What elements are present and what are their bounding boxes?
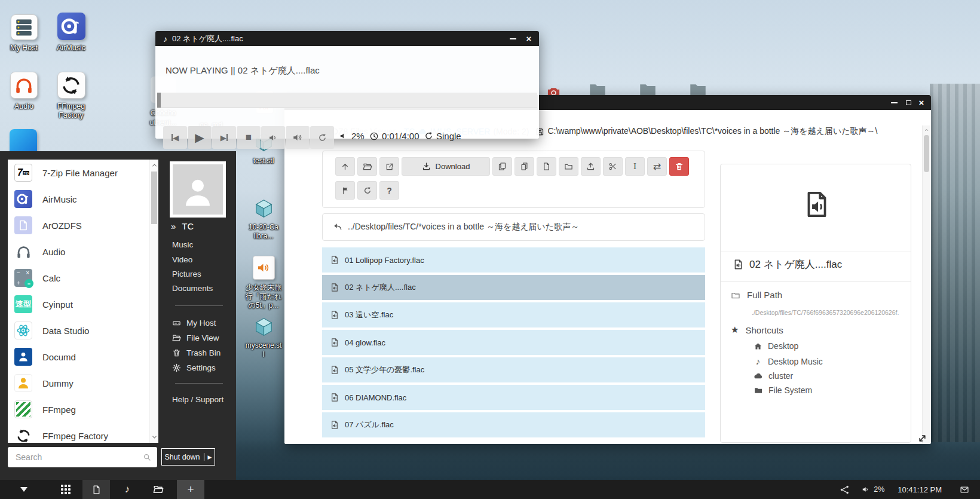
avatar[interactable] bbox=[170, 161, 226, 218]
delete-button[interactable] bbox=[669, 157, 689, 176]
desktop-icon-calibra[interactable]: 10-20-Ca libra... bbox=[236, 198, 291, 241]
resize-handle-icon[interactable] bbox=[917, 433, 928, 444]
app-drawer-button[interactable] bbox=[54, 480, 78, 499]
file-row[interactable]: 04 glow.flac bbox=[322, 330, 705, 355]
app-item-ffmpeg[interactable]: FFmpeg bbox=[8, 396, 158, 423]
shutdown-button[interactable]: Shut down▶ bbox=[161, 448, 215, 466]
menu-trash-bin[interactable]: Trash Bin bbox=[172, 348, 220, 357]
taskbar-folder-button[interactable] bbox=[145, 480, 172, 499]
app-item-ffmpeg-factory[interactable]: FFmpeg Factory bbox=[8, 423, 158, 443]
app-list-scrollbar[interactable] bbox=[149, 160, 158, 443]
copy-button[interactable] bbox=[492, 157, 512, 176]
trash-icon bbox=[172, 348, 181, 357]
paste-button[interactable] bbox=[514, 157, 534, 176]
volume-up-button[interactable] bbox=[286, 126, 310, 149]
rename-button[interactable]: I bbox=[625, 157, 645, 176]
shortcut-file-system[interactable]: File System bbox=[754, 385, 812, 395]
app-item-cyinput[interactable]: 速型 Cyinput bbox=[8, 291, 158, 317]
app-item-calc[interactable]: −×+ = Calc bbox=[8, 265, 158, 291]
desktop-icon-myscene-stl[interactable]: myscene.st l bbox=[236, 316, 291, 359]
maximize-button[interactable] bbox=[902, 95, 914, 110]
move-button[interactable]: ⇄ bbox=[647, 157, 667, 176]
app-item-7zip[interactable]: 7zip 7-Zip File Manager bbox=[8, 160, 158, 186]
upload-button[interactable] bbox=[581, 157, 601, 176]
file-row[interactable]: 06 DIAMOND.flac bbox=[322, 385, 705, 410]
audio-file-icon bbox=[330, 310, 339, 320]
link-music[interactable]: Music bbox=[172, 240, 193, 249]
taskbar-add-button[interactable]: + bbox=[177, 480, 204, 499]
file-row[interactable]: 01 Lollipop Factory.flac bbox=[322, 247, 705, 273]
speaker-icon bbox=[339, 131, 348, 140]
help-button[interactable]: ? bbox=[379, 181, 399, 200]
hide-menu-button[interactable] bbox=[11, 480, 37, 499]
desktop-icon-airmusic[interactable]: AirMusic bbox=[44, 13, 99, 53]
search-input[interactable] bbox=[8, 447, 157, 467]
file-row[interactable]: 07 パズル.flac bbox=[322, 412, 705, 437]
play-button[interactable]: ▶ bbox=[188, 126, 212, 149]
minimize-button[interactable] bbox=[507, 31, 519, 46]
link-documents[interactable]: Documents bbox=[172, 284, 213, 293]
close-button[interactable]: × bbox=[915, 95, 927, 110]
star-icon: ★ bbox=[731, 324, 739, 335]
menu-file-view[interactable]: File View bbox=[172, 333, 219, 342]
open-button[interactable] bbox=[357, 157, 377, 176]
app-item-dummy[interactable]: Dummy bbox=[8, 370, 158, 396]
refresh-button[interactable] bbox=[357, 181, 377, 200]
player-titlebar[interactable]: ♪ 02 ネトゲ廃人....flac × bbox=[155, 31, 539, 46]
reload-button[interactable] bbox=[310, 126, 334, 149]
app-item-audio[interactable]: Audio bbox=[8, 238, 158, 265]
clock[interactable]: 10:41:12 PM bbox=[898, 480, 942, 499]
download-button[interactable]: Download bbox=[402, 157, 490, 176]
desktop-icon-ffmpeg-factory[interactable]: FFmpeg Factory bbox=[44, 72, 99, 120]
shortcut-desktop-music[interactable]: ♪ Desktop Music bbox=[754, 356, 823, 366]
seek-bar[interactable] bbox=[157, 93, 537, 108]
up-directory-button[interactable] bbox=[335, 157, 355, 176]
app-item-data-studio[interactable]: Data Studio bbox=[8, 317, 158, 344]
full-path-row: Full Path bbox=[731, 290, 782, 300]
user-row[interactable]: »TC bbox=[171, 221, 194, 231]
minimize-button[interactable] bbox=[888, 95, 900, 110]
file-row[interactable]: 03 遠い空.flac bbox=[322, 302, 705, 327]
file-row[interactable]: 05 文学少年の憂鬱.flac bbox=[322, 357, 705, 382]
username: TC bbox=[182, 221, 194, 231]
close-button[interactable]: × bbox=[523, 31, 535, 46]
scrollbar-thumb[interactable] bbox=[924, 135, 929, 172]
menu-my-host[interactable]: My Host bbox=[172, 319, 216, 327]
scroll-down-icon[interactable] bbox=[151, 434, 158, 440]
breadcrumb-card[interactable]: ../Desktop/files/TC/*voices in a bottle … bbox=[322, 213, 705, 241]
previous-button[interactable]: ◀ bbox=[163, 126, 187, 149]
file-row-selected[interactable]: 02 ネトゲ廃人....flac bbox=[322, 275, 705, 300]
loop-mode-toggle[interactable]: Single bbox=[424, 131, 461, 141]
scroll-up-icon[interactable] bbox=[924, 127, 929, 133]
next-button[interactable]: ▶ bbox=[212, 126, 236, 149]
taskbar-music-button[interactable]: ♪ bbox=[114, 480, 141, 499]
back-arrow-icon bbox=[333, 222, 342, 232]
link-video[interactable]: Video bbox=[172, 255, 192, 264]
shortcut-desktop[interactable]: Desktop bbox=[754, 341, 798, 351]
app-item-arozdfs[interactable]: ArOZDFS bbox=[8, 212, 158, 238]
volume-down-button[interactable] bbox=[261, 126, 285, 149]
new-folder-button[interactable] bbox=[559, 157, 578, 176]
desktop-icon-partial-1[interactable] bbox=[10, 129, 37, 152]
connection-icon[interactable] bbox=[835, 480, 853, 499]
open-external-button[interactable] bbox=[379, 157, 399, 176]
link-pictures[interactable]: Pictures bbox=[172, 270, 201, 278]
menu-settings[interactable]: Settings bbox=[172, 363, 216, 372]
bookmark-button[interactable] bbox=[335, 181, 355, 200]
app-item-documd[interactable]: Documd bbox=[8, 344, 158, 370]
app-item-airmusic[interactable]: AirMusic bbox=[8, 186, 158, 212]
desktop-icon-audio-file[interactable]: 少女終末旅 行「雨だれ の5t」p... bbox=[236, 256, 291, 310]
music-note-icon: ♪ bbox=[125, 483, 130, 495]
volume-tray[interactable]: 2% bbox=[862, 480, 884, 499]
explorer-scrollbar[interactable] bbox=[922, 125, 930, 444]
taskbar-file-button[interactable] bbox=[82, 480, 110, 499]
help-support-link[interactable]: Help / Support bbox=[172, 395, 223, 404]
new-file-button[interactable] bbox=[537, 157, 556, 176]
cut-button[interactable] bbox=[603, 157, 623, 176]
shortcut-cluster[interactable]: cluster bbox=[754, 371, 793, 381]
scroll-up-icon[interactable] bbox=[151, 162, 158, 169]
scrollbar-thumb[interactable] bbox=[151, 172, 157, 224]
speaker-icon bbox=[862, 485, 870, 494]
notifications-button[interactable] bbox=[949, 480, 980, 499]
stop-button[interactable]: ■ bbox=[237, 126, 261, 149]
